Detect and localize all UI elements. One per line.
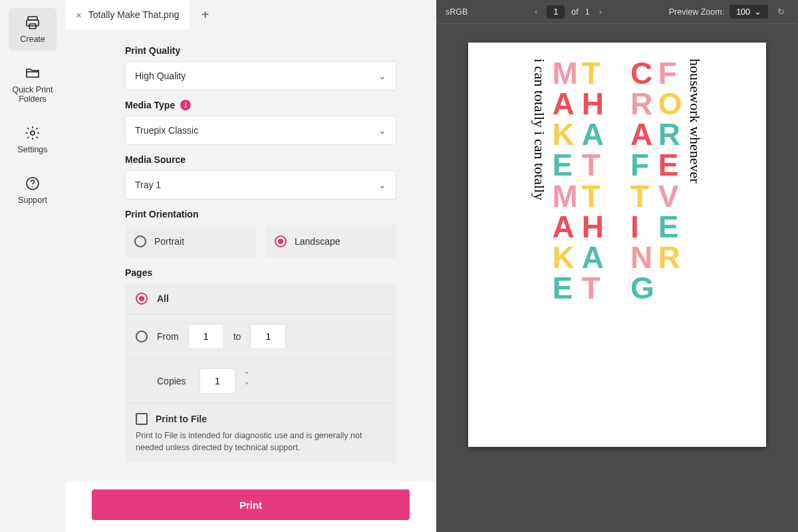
sidebar-item-label: Create — [20, 35, 45, 44]
orientation-group: Portrait Landscape — [125, 225, 396, 258]
row-copies: Copies ˄ ˅ — [125, 358, 396, 403]
sidebar-item-create[interactable]: Create — [9, 8, 57, 51]
folders-icon — [25, 65, 41, 81]
input-page-from[interactable] — [188, 324, 224, 349]
svg-point-3 — [31, 131, 35, 135]
radio-label: Landscape — [295, 236, 340, 247]
chevron-down-icon: ⌄ — [378, 180, 386, 190]
ptf-label: Print to File — [156, 414, 207, 424]
row-print-to-file: Print to File Print to File is intended … — [125, 403, 396, 463]
preview-panel: sRGB ‹ 1 of 1 › Preview Zoom: 100 ⌄ ↻ i … — [436, 0, 798, 532]
script-text: housework whenever — [686, 59, 704, 184]
chevron-up-icon[interactable]: ˄ — [245, 371, 249, 380]
zoom-select[interactable]: 100 ⌄ — [730, 5, 768, 19]
page-total: 1 — [585, 7, 590, 17]
block-text-make: MAKE MAKE — [552, 59, 577, 303]
radio-portrait[interactable]: Portrait — [125, 225, 256, 258]
artwork-design-2: CRAFTING FOREVER housework whenever — [630, 59, 704, 431]
tab-current[interactable]: × Totally Make That.png — [65, 0, 190, 29]
sidebar-item-quick-print-folders[interactable]: Quick Print Folders — [9, 59, 57, 110]
from-label: From — [157, 331, 179, 342]
checkbox-print-to-file[interactable] — [136, 413, 148, 425]
input-copies[interactable] — [200, 368, 235, 394]
chevron-down-icon[interactable]: ˅ — [245, 382, 249, 391]
input-page-to[interactable] — [250, 324, 286, 349]
help-icon — [25, 176, 41, 192]
radio-label: All — [157, 293, 169, 304]
radio-icon — [136, 331, 148, 342]
sidebar-item-label: Support — [18, 196, 47, 205]
artwork-design-1: i can totally i can totally MAKE MAKE TH… — [531, 59, 604, 431]
radio-landscape[interactable]: Landscape — [265, 225, 396, 258]
page-current[interactable]: 1 — [547, 5, 565, 19]
label-media-type: Media Type i — [125, 100, 396, 110]
select-print-quality[interactable]: High Quality ⌄ — [125, 61, 396, 90]
tabbar: × Totally Make That.png + — [65, 0, 436, 29]
close-icon[interactable]: × — [76, 9, 82, 21]
to-label: to — [233, 331, 241, 342]
label-orientation: Print Orientation — [125, 209, 396, 219]
page-navigator: ‹ 1 of 1 › — [474, 5, 662, 19]
select-value: Tray 1 — [135, 180, 161, 190]
preview-page: i can totally i can totally MAKE MAKE TH… — [468, 43, 766, 447]
print-settings-form: Print Quality High Quality ⌄ Media Type … — [65, 29, 436, 481]
select-value: Truepix Classic — [135, 125, 198, 136]
chevron-down-icon: ⌄ — [754, 7, 761, 17]
block-text-crafting: CRAFTING — [630, 59, 654, 303]
sidebar-item-support[interactable]: Support — [9, 169, 57, 211]
select-value: High Quality — [135, 70, 186, 81]
copies-stepper[interactable]: ˄ ˅ — [245, 371, 249, 391]
ptf-description: Print to File is intended for diagnostic… — [136, 430, 386, 454]
svg-rect-1 — [27, 20, 39, 26]
footer-bar: Print — [65, 481, 436, 532]
copies-label: Copies — [157, 376, 190, 386]
label-text: Media Type — [125, 100, 175, 110]
zoom-value: 100 — [736, 7, 750, 17]
sidebar-item-settings[interactable]: Settings — [9, 118, 57, 161]
radio-label: Portrait — [154, 236, 184, 247]
chevron-down-icon: ⌄ — [378, 70, 386, 81]
radio-pages-range[interactable]: From to — [125, 314, 396, 358]
tab-add-button[interactable]: + — [190, 0, 219, 29]
label-print-quality: Print Quality — [125, 45, 396, 56]
page-sep: of — [571, 7, 578, 17]
tab-title: Totally Make That.png — [88, 9, 180, 20]
radio-icon — [275, 235, 287, 247]
script-text: i can totally i can totally — [531, 59, 548, 200]
sidebar: Create Quick Print Folders Settings Supp… — [0, 0, 65, 532]
radio-pages-all[interactable]: All — [125, 283, 396, 314]
radio-icon — [136, 293, 148, 305]
colorspace-label: sRGB — [446, 7, 467, 17]
svg-point-5 — [32, 186, 33, 187]
zoom-label: Preview Zoom: — [669, 7, 724, 17]
preview-toolbar: sRGB ‹ 1 of 1 › Preview Zoom: 100 ⌄ ↻ — [436, 0, 798, 24]
block-text-forever: FOREVER — [658, 59, 682, 272]
select-media-type[interactable]: Truepix Classic ⌄ — [125, 116, 396, 145]
sidebar-item-label: Settings — [17, 145, 47, 154]
refresh-icon[interactable]: ↻ — [773, 7, 789, 17]
pages-group: All From to Copies ˄ ˅ — [125, 283, 396, 463]
chevron-down-icon: ⌄ — [378, 125, 386, 136]
printer-icon — [25, 15, 41, 31]
radio-icon — [134, 235, 146, 247]
label-media-source: Media Source — [125, 154, 396, 165]
gear-icon — [25, 125, 41, 141]
prev-page-button[interactable]: ‹ — [532, 5, 540, 19]
label-pages: Pages — [125, 267, 396, 278]
preview-canvas[interactable]: i can totally i can totally MAKE MAKE TH… — [436, 24, 798, 532]
next-page-button[interactable]: › — [597, 5, 604, 19]
print-button[interactable]: Print — [92, 489, 410, 520]
sidebar-item-label: Quick Print Folders — [11, 85, 54, 104]
info-icon[interactable]: i — [180, 100, 191, 110]
block-text-that: THAT THAT — [582, 59, 604, 303]
main-panel: × Totally Make That.png + Print Quality … — [65, 0, 436, 532]
select-media-source[interactable]: Tray 1 ⌄ — [125, 170, 396, 200]
